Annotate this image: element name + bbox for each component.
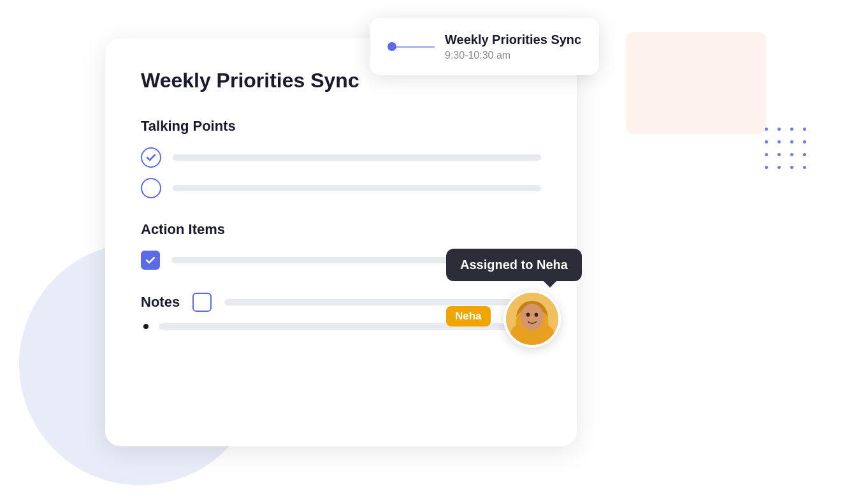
tooltip-title: Weekly Priorities Sync [445, 32, 581, 47]
action-items-heading: Action Items [141, 221, 541, 238]
item-line-2 [173, 185, 541, 191]
neha-badge-label: Neha [455, 310, 482, 322]
avatar-svg [506, 290, 558, 348]
notes-line [224, 299, 541, 305]
neha-avatar [503, 290, 561, 348]
checkbox-square-outline[interactable] [192, 293, 212, 312]
assigned-tooltip-text: Assigned to Neha [460, 258, 568, 272]
checkbox-circle-checked[interactable] [141, 147, 161, 168]
checkmark-square-icon [145, 254, 156, 266]
talking-points-heading: Talking Points [141, 118, 541, 135]
checkbox-square-checked[interactable] [141, 251, 160, 270]
dot-grid [765, 128, 811, 173]
item-line-1 [173, 154, 541, 161]
tooltip-time: 9:30-10:30 am [445, 50, 581, 61]
checkbox-circle-empty[interactable] [141, 178, 161, 198]
main-card: Weekly Priorities Sync Talking Points Ac… [105, 38, 577, 446]
timeline-indicator [387, 42, 435, 51]
bullet-dot [143, 324, 148, 329]
background-peach [626, 32, 766, 134]
notes-heading: Notes [141, 294, 180, 311]
tooltip-text-block: Weekly Priorities Sync 9:30-10:30 am [445, 32, 581, 61]
calendar-tooltip-card: Weekly Priorities Sync 9:30-10:30 am [370, 18, 599, 75]
svg-point-3 [521, 304, 544, 330]
timeline-dot [387, 42, 396, 51]
talking-point-item-2[interactable] [141, 178, 541, 198]
checkmark-icon [145, 152, 157, 163]
assigned-tooltip: Assigned to Neha [446, 249, 582, 281]
svg-point-5 [535, 312, 538, 316]
talking-points-section: Talking Points [141, 118, 541, 198]
svg-point-4 [526, 312, 530, 316]
talking-point-item-1[interactable] [141, 147, 541, 168]
neha-badge: Neha [446, 306, 491, 326]
timeline-bar [396, 46, 435, 48]
